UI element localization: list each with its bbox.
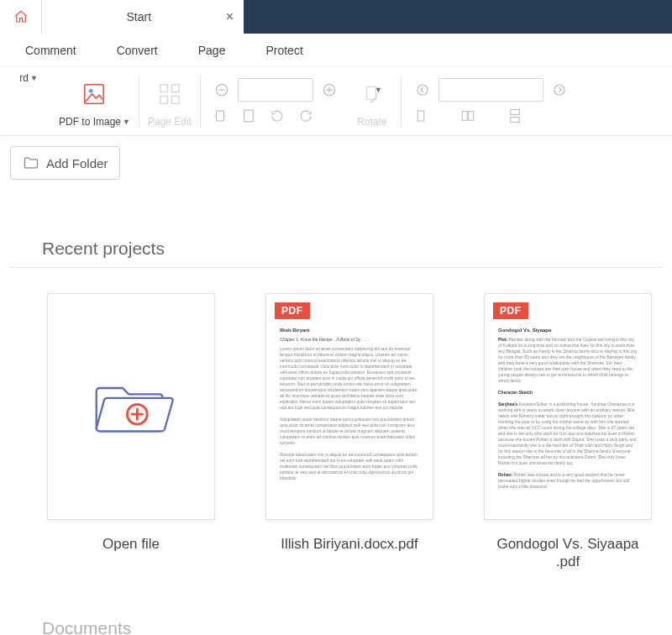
card-caption: Illish Biriyani.docx.pdf <box>281 535 417 553</box>
single-page-button[interactable] <box>408 103 433 129</box>
fit-page-button[interactable] <box>236 103 261 129</box>
svg-point-14 <box>417 85 428 95</box>
tab-label: Start <box>52 10 226 24</box>
zoom-input-wrap: ▼ <box>238 78 313 102</box>
plus-circle-icon <box>321 81 338 98</box>
svg-rect-12 <box>244 110 254 122</box>
rotate-ccw-button[interactable] <box>265 103 290 129</box>
minus-circle-icon <box>213 81 230 98</box>
pdf-badge: PDF <box>493 302 528 319</box>
doc-preview: Gondogol Vs. Siyaapa Plot: Pariatur alon… <box>498 328 638 506</box>
rotate-button: Rotate <box>347 71 397 129</box>
tab-start[interactable]: Start × <box>42 0 244 34</box>
close-tab-button[interactable]: × <box>226 9 234 24</box>
svg-rect-18 <box>469 112 474 121</box>
add-folder-label: Add Folder <box>46 156 108 171</box>
facing-pages-icon <box>460 108 475 123</box>
doc-preview: Illish Biryani Chapter 1: Know the Recip… <box>280 328 419 506</box>
fit-page-icon <box>241 108 256 123</box>
svg-rect-19 <box>511 110 520 115</box>
menu-comment[interactable]: Comment <box>7 37 95 64</box>
menu-protect[interactable]: Protect <box>247 37 321 64</box>
svg-rect-0 <box>85 85 104 104</box>
content-area: Add Folder Recent projects Open file PDF <box>0 136 672 635</box>
recent-projects-title: Recent projects <box>10 239 662 268</box>
svg-rect-17 <box>462 112 467 121</box>
pdf-to-image-button[interactable]: PDF to Image ▼ <box>54 71 135 129</box>
toolbar: rd ▼ PDF to Image ▼ Page Edit ▼ <box>0 67 672 136</box>
svg-rect-5 <box>171 97 179 104</box>
svg-point-15 <box>554 85 564 95</box>
folder-icon <box>23 155 39 171</box>
continuous-button[interactable] <box>502 103 528 129</box>
pdf-badge: PDF <box>275 302 310 319</box>
toolbar-divider <box>139 76 139 127</box>
menu-bar: Comment Convert Page Protect <box>0 34 672 67</box>
toolbar-divider <box>200 76 201 127</box>
open-file-card[interactable]: Open file <box>47 293 215 571</box>
to-word-dropdown[interactable]: rd ▼ <box>3 71 54 129</box>
chevron-right-icon <box>552 82 567 97</box>
card-caption: Gondogol Vs. Siyaapa .pdf <box>484 535 652 571</box>
rotate-cw-icon <box>298 108 313 123</box>
chevron-left-icon <box>415 82 430 97</box>
open-folder-icon <box>85 360 177 453</box>
title-bar: Start × <box>0 0 672 34</box>
prev-page-button[interactable] <box>410 77 435 102</box>
rotate-ccw-icon <box>270 108 285 123</box>
page-input-wrap <box>438 78 543 102</box>
zoom-in-button[interactable] <box>317 77 342 102</box>
recent-file-card[interactable]: PDF Illish Biryani Chapter 1: Know the R… <box>265 293 433 571</box>
menu-convert[interactable]: Convert <box>98 37 176 64</box>
next-page-button[interactable] <box>547 77 572 102</box>
svg-rect-4 <box>160 97 168 104</box>
svg-point-1 <box>89 89 93 93</box>
chevron-down-icon: ▼ <box>30 74 38 82</box>
facing-pages-button[interactable] <box>455 103 480 129</box>
home-icon <box>13 9 29 24</box>
card-caption: Open file <box>102 535 160 553</box>
zoom-out-button[interactable] <box>209 77 234 102</box>
recent-file-card[interactable]: PDF Gondogol Vs. Siyaapa Plot: Pariatur … <box>484 293 652 571</box>
rotate-cw-button[interactable] <box>293 103 318 129</box>
home-button[interactable] <box>0 0 42 34</box>
fit-width-icon <box>213 108 228 123</box>
documents-title: Documents <box>10 618 662 636</box>
rotate-page-icon <box>361 83 383 105</box>
svg-rect-3 <box>171 85 179 92</box>
svg-rect-16 <box>417 111 424 121</box>
continuous-icon <box>507 108 522 123</box>
add-folder-button[interactable]: Add Folder <box>10 146 120 180</box>
image-icon <box>81 81 107 107</box>
svg-rect-20 <box>511 118 520 123</box>
chevron-down-icon: ▼ <box>123 118 130 126</box>
toolbar-divider <box>401 76 402 127</box>
single-page-icon <box>413 108 428 123</box>
grid-icon <box>157 81 182 107</box>
menu-page[interactable]: Page <box>180 37 244 64</box>
page-edit-button: Page Edit <box>143 71 197 129</box>
fit-width-button[interactable] <box>207 103 233 129</box>
recent-cards: Open file PDF Illish Biryani Chapter 1: … <box>10 268 662 596</box>
svg-rect-11 <box>217 111 224 121</box>
svg-rect-13 <box>367 87 376 99</box>
svg-rect-2 <box>160 85 168 92</box>
